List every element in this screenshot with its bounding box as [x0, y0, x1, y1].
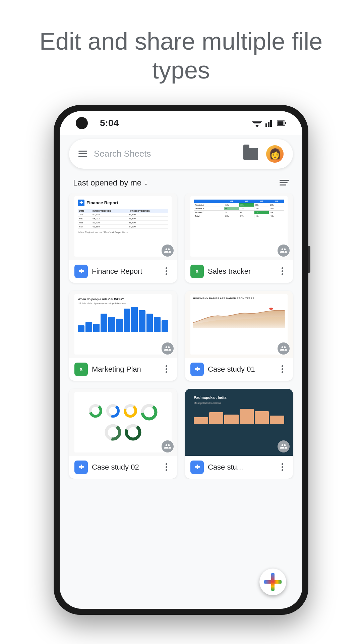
shared-icon-sales [278, 245, 290, 257]
file-badge-case02: ✚ [74, 461, 88, 474]
sort-bar: Last opened by me ↓ [60, 173, 302, 193]
file-thumb-sales-tracker: Q1Q2Q3Q4 Product A12k18k15k20k Product B… [185, 193, 293, 260]
file-thumb-case-study-02 [69, 389, 177, 456]
file-badge-sales: X [190, 265, 204, 278]
search-input[interactable]: Search Sheets [94, 149, 235, 159]
svg-rect-5 [268, 122, 269, 127]
file-info-case01: ✚ Case study 01 [185, 358, 293, 381]
sort-label[interactable]: Last opened by me ↓ [73, 178, 147, 187]
file-name-case02: Case study 02 [92, 463, 157, 472]
view-toggle-icon[interactable] [280, 180, 289, 185]
hero-title: Edit and share multiple file types [0, 0, 362, 105]
file-card-case-study-01[interactable]: HOW MANY BABIES ARE NAMED EACH YEAR? [185, 291, 293, 381]
shared-icon-finance [162, 245, 174, 257]
avatar-image: 👩 [269, 148, 281, 160]
file-badge-marketing: X [74, 363, 88, 376]
status-icons [252, 119, 286, 127]
file-name-sales: Sales tracker [208, 267, 273, 276]
file-card-case-study-03[interactable]: Padmapukar, India Most polluted location… [185, 389, 293, 479]
file-info-case02: ✚ Case study 02 [69, 456, 177, 479]
svg-rect-6 [270, 120, 272, 127]
sort-arrow-icon: ↓ [144, 179, 147, 186]
file-info-finance: ✚ Finance Report [69, 260, 177, 283]
file-badge-finance: ✚ [74, 265, 88, 278]
svg-point-10 [269, 308, 273, 310]
file-card-case-study-02[interactable]: ✚ Case study 02 [69, 389, 177, 479]
more-menu-sales[interactable] [277, 266, 288, 277]
fab-button[interactable] [259, 569, 286, 595]
status-time: 5:04 [100, 118, 119, 128]
svg-rect-4 [265, 123, 267, 127]
file-info-sales: X Sales tracker [185, 260, 293, 283]
file-info-marketing: X Marketing Plan [69, 358, 177, 381]
file-card-sales-tracker[interactable]: Q1Q2Q3Q4 Product A12k18k15k20k Product B… [185, 193, 293, 283]
avatar[interactable]: 👩 [266, 145, 284, 163]
file-name-marketing: Marketing Plan [92, 365, 157, 374]
file-name-case03: Case stu... [208, 463, 273, 472]
sort-label-text: Last opened by me [73, 178, 141, 187]
file-name-finance: Finance Report [92, 267, 157, 276]
file-name-case01: Case study 01 [208, 365, 273, 374]
wifi-icon [252, 119, 262, 127]
file-thumb-finance-report: ✚ Finance Report DateInitial ProjectionR… [69, 193, 177, 260]
file-card-finance-report[interactable]: ✚ Finance Report DateInitial ProjectionR… [69, 193, 177, 283]
signal-icon [265, 119, 274, 127]
file-badge-case01: ✚ [190, 363, 204, 376]
svg-point-3 [256, 126, 258, 127]
shared-icon-case01 [278, 342, 290, 355]
file-badge-case03: ✚ [190, 461, 204, 474]
file-thumb-case-study-01: HOW MANY BABIES ARE NAMED EACH YEAR? [185, 291, 293, 358]
shared-icon-case02 [162, 440, 174, 452]
file-info-case03: ✚ Case stu... [185, 456, 293, 479]
more-menu-case02[interactable] [161, 462, 172, 473]
google-plus-icon [264, 573, 282, 591]
shared-icon-marketing [162, 342, 174, 355]
svg-rect-8 [278, 121, 284, 125]
shared-icon-case03 [278, 440, 290, 452]
more-menu-marketing[interactable] [161, 364, 172, 375]
file-card-marketing-plan[interactable]: When do people ride Citi Bikes? US data:… [69, 291, 177, 381]
phone-device: 5:04 [54, 105, 308, 615]
phone-screen: 5:04 [60, 111, 302, 609]
more-menu-case03[interactable] [277, 462, 288, 473]
hamburger-menu-icon[interactable] [78, 151, 87, 157]
more-menu-case01[interactable] [277, 364, 288, 375]
file-thumb-case-study-03: Padmapukar, India Most polluted location… [185, 389, 293, 456]
more-menu-finance[interactable] [161, 266, 172, 277]
file-thumb-marketing-plan: When do people ride Citi Bikes? US data:… [69, 291, 177, 358]
file-grid: ✚ Finance Report DateInitial ProjectionR… [60, 193, 302, 479]
folder-icon[interactable] [242, 147, 259, 161]
battery-icon [277, 120, 286, 126]
svg-rect-9 [285, 122, 286, 124]
status-bar: 5:04 [60, 111, 302, 135]
search-bar[interactable]: Search Sheets 👩 [69, 139, 293, 169]
